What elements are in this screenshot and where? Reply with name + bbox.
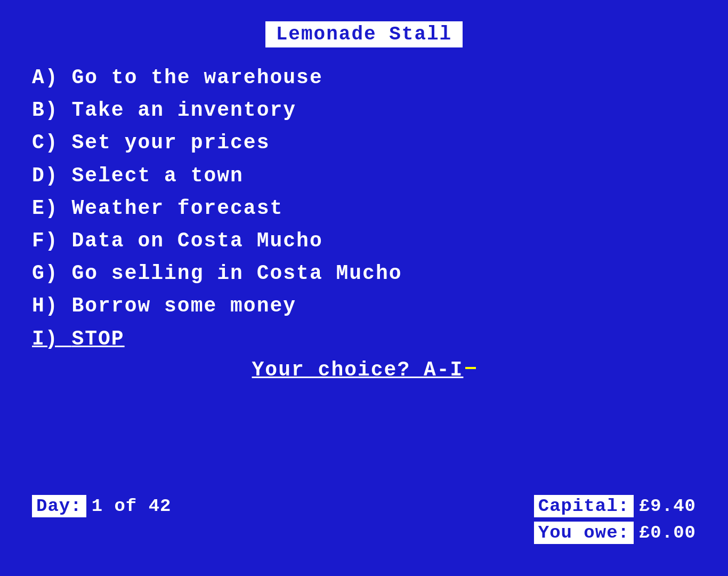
capital-value: £9.40 xyxy=(639,496,696,516)
menu-label-c: Set your prices xyxy=(71,131,270,154)
menu-container: A) Go to the warehouse B) Take an invent… xyxy=(32,63,696,353)
menu-key-i: I) xyxy=(32,327,71,350)
menu-item-b[interactable]: B) Take an inventory xyxy=(32,96,696,124)
status-bar: Day: 1 of 42 Capital: £9.40 You owe: £0.… xyxy=(0,495,728,544)
cursor-icon xyxy=(465,367,476,369)
menu-key-a: A) xyxy=(32,66,71,89)
menu-key-g: G) xyxy=(32,262,71,285)
menu-key-e: E) xyxy=(32,197,71,220)
menu-item-c[interactable]: C) Set your prices xyxy=(32,129,696,157)
menu-label-i: STOP xyxy=(71,327,124,350)
title-text: Lemonade Stall xyxy=(276,23,452,45)
day-value: 1 of 42 xyxy=(92,496,172,516)
menu-item-d[interactable]: D) Select a town xyxy=(32,162,696,190)
owe-label: You owe: xyxy=(534,522,634,544)
menu-key-f: F) xyxy=(32,229,71,252)
day-label: Day: xyxy=(32,495,86,517)
menu-label-h: Borrow some money xyxy=(71,294,296,317)
menu-label-b: Take an inventory xyxy=(71,99,296,122)
owe-value: £0.00 xyxy=(639,523,696,543)
menu-label-a: Go to the warehouse xyxy=(71,66,322,89)
menu-key-h: H) xyxy=(32,294,71,317)
menu-item-e[interactable]: E) Weather forecast xyxy=(32,194,696,222)
menu-key-d: D) xyxy=(32,164,71,187)
menu-label-g: Go selling in Costa Mucho xyxy=(71,262,402,285)
menu-label-e: Weather forecast xyxy=(71,197,283,220)
choice-text: Your choice? A-I xyxy=(252,358,464,381)
choice-prompt[interactable]: Your choice? A-I xyxy=(252,358,476,381)
title-bar: Lemonade Stall xyxy=(265,21,463,47)
status-right: Capital: £9.40 You owe: £0.00 xyxy=(534,495,696,544)
capital-row: Capital: £9.40 xyxy=(534,495,696,517)
menu-item-i[interactable]: I) STOP xyxy=(32,325,696,353)
menu-key-c: C) xyxy=(32,131,71,154)
menu-key-b: B) xyxy=(32,99,71,122)
capital-label: Capital: xyxy=(534,495,634,517)
menu-item-h[interactable]: H) Borrow some money xyxy=(32,292,696,320)
menu-item-g[interactable]: G) Go selling in Costa Mucho xyxy=(32,259,696,287)
menu-label-f: Data on Costa Mucho xyxy=(71,229,322,252)
menu-item-f[interactable]: F) Data on Costa Mucho xyxy=(32,227,696,255)
owe-row: You owe: £0.00 xyxy=(534,522,696,544)
status-left: Day: 1 of 42 xyxy=(32,495,171,517)
menu-label-d: Select a town xyxy=(71,164,243,187)
menu-item-a[interactable]: A) Go to the warehouse xyxy=(32,63,696,92)
